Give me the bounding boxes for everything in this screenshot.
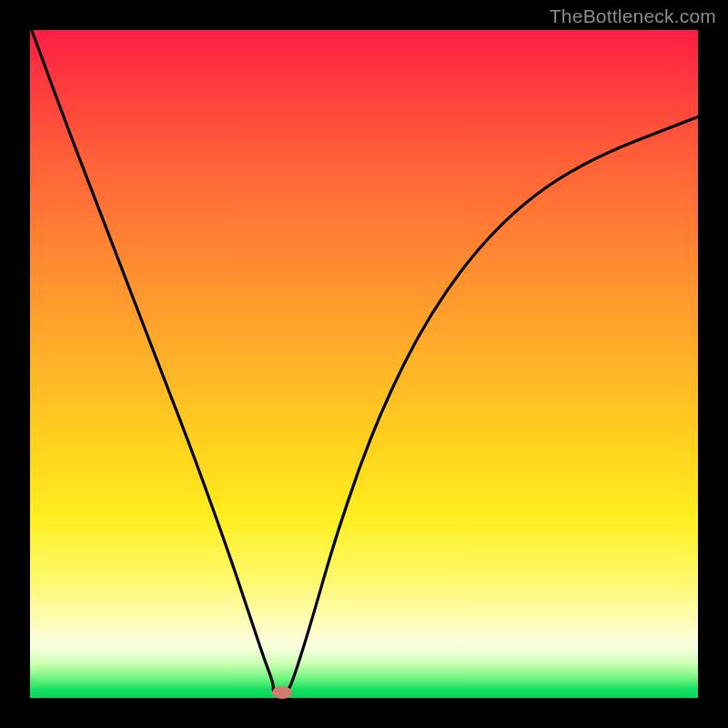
outer-frame: TheBottleneck.com (0, 0, 728, 728)
plot-area (30, 30, 698, 698)
bottleneck-curve (30, 30, 698, 693)
curve-svg (30, 30, 698, 698)
watermark-label: TheBottleneck.com (550, 5, 716, 27)
optimal-point-marker (272, 686, 292, 699)
